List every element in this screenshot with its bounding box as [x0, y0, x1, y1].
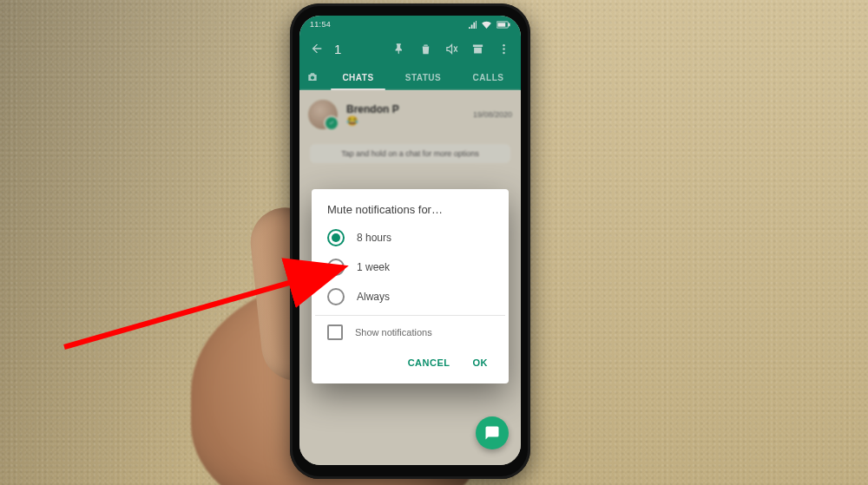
radio-label: Always: [357, 291, 390, 303]
radio-option-8-hours[interactable]: 8 hours: [315, 223, 505, 252]
radio-icon: [327, 229, 345, 246]
checkbox-label: Show notifications: [355, 327, 432, 338]
new-chat-fab[interactable]: [476, 416, 509, 449]
radio-icon: [327, 259, 345, 276]
dialog-title: Mute notifications for…: [315, 203, 505, 223]
checkbox-icon: [327, 324, 343, 340]
radio-label: 1 week: [357, 261, 390, 273]
cancel-button[interactable]: CANCEL: [401, 352, 457, 373]
mute-dialog: Mute notifications for… 8 hours 1 week A…: [312, 189, 509, 383]
phone-body: 11:54 1: [290, 3, 530, 479]
photo-scene: 11:54 1: [0, 0, 868, 485]
dialog-actions: CANCEL OK: [315, 345, 505, 378]
radio-icon: [327, 288, 345, 305]
phone-screen: 11:54 1: [299, 16, 521, 465]
radio-option-always[interactable]: Always: [315, 282, 505, 311]
radio-option-1-week[interactable]: 1 week: [315, 252, 505, 282]
radio-label: 8 hours: [357, 232, 391, 244]
chat-icon: [484, 425, 500, 441]
show-notifications-row[interactable]: Show notifications: [315, 319, 505, 345]
divider: [315, 315, 505, 316]
ok-button[interactable]: OK: [466, 352, 496, 373]
